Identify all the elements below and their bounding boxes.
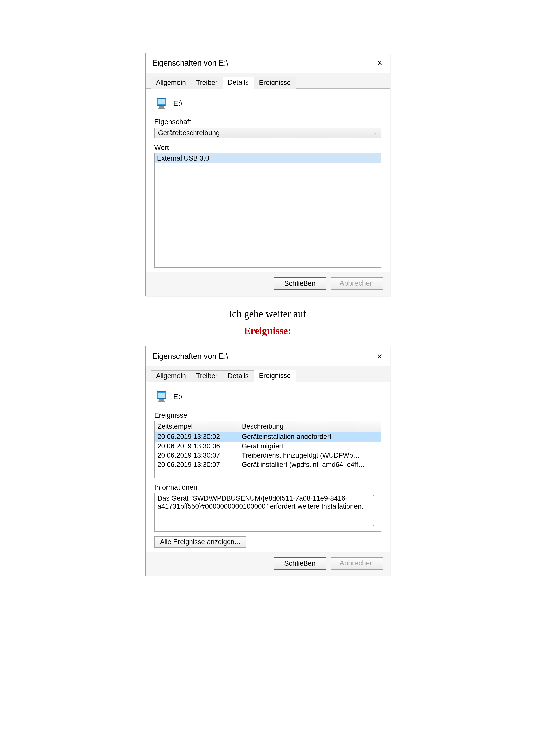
property-select-value: Gerätebeschreibung bbox=[158, 129, 220, 137]
events-label: Ereignisse bbox=[154, 411, 381, 419]
properties-dialog-ereignisse: Eigenschaften von E:\ × Allgemein Treibe… bbox=[146, 346, 390, 576]
window-title: Eigenschaften von E:\ bbox=[152, 352, 375, 361]
property-label: Eigenschaft bbox=[154, 118, 381, 126]
events-rows: 20.06.2019 13:30:02 Geräteinstallation a… bbox=[155, 432, 381, 477]
events-row[interactable]: 20.06.2019 13:30:06 Gerät migriert bbox=[155, 442, 381, 451]
titlebar: Eigenschaften von E:\ × bbox=[146, 53, 389, 73]
show-all-events-button[interactable]: Alle Ereignisse anzeigen... bbox=[154, 536, 246, 548]
tab-treiber[interactable]: Treiber bbox=[191, 77, 223, 89]
value-label: Wert bbox=[154, 144, 381, 152]
dialog-footer: Schließen Abbrechen bbox=[146, 552, 389, 576]
close-icon[interactable]: × bbox=[374, 57, 385, 69]
titlebar: Eigenschaften von E:\ × bbox=[146, 346, 389, 366]
properties-dialog-details: Eigenschaften von E:\ × Allgemein Treibe… bbox=[146, 53, 390, 296]
events-cell-desc: Gerät migriert bbox=[239, 442, 381, 451]
tabstrip: Allgemein Treiber Details Ereignisse bbox=[146, 366, 389, 382]
close-icon[interactable]: × bbox=[374, 350, 385, 363]
window-title: Eigenschaften von E:\ bbox=[152, 59, 375, 68]
cancel-button: Abbrechen bbox=[330, 278, 383, 289]
tab-ereignisse[interactable]: Ereignisse bbox=[254, 370, 296, 382]
drive-icon bbox=[155, 97, 168, 110]
events-cell-desc: Geräteinstallation angefordert bbox=[239, 432, 381, 442]
svg-rect-5 bbox=[158, 392, 165, 398]
svg-rect-2 bbox=[159, 106, 164, 108]
property-select[interactable]: Gerätebeschreibung ⌄ bbox=[154, 127, 381, 138]
events-row[interactable]: 20.06.2019 13:30:07 Gerät installiert (w… bbox=[155, 460, 381, 470]
events-cell-ts: 20.06.2019 13:30:07 bbox=[155, 451, 239, 460]
events-row[interactable]: 20.06.2019 13:30:02 Geräteinstallation a… bbox=[155, 432, 381, 442]
events-cell-desc: Gerät installiert (wpdfs.inf_amd64_e4ff… bbox=[239, 460, 381, 470]
dialog-footer: Schließen Abbrechen bbox=[146, 272, 389, 296]
svg-rect-1 bbox=[158, 99, 165, 104]
tab-details[interactable]: Details bbox=[223, 77, 254, 89]
events-cell-ts: 20.06.2019 13:30:07 bbox=[155, 460, 239, 470]
events-cell-ts: 20.06.2019 13:30:02 bbox=[155, 432, 239, 442]
device-name: E:\ bbox=[174, 99, 182, 108]
scroll-down-icon[interactable]: ˅ bbox=[372, 524, 379, 530]
drive-icon bbox=[155, 390, 168, 403]
tab-allgemein[interactable]: Allgemein bbox=[151, 370, 191, 382]
cancel-button: Abbrechen bbox=[330, 557, 383, 570]
device-row: E:\ bbox=[154, 388, 381, 409]
tab-treiber[interactable]: Treiber bbox=[191, 370, 223, 382]
tabstrip: Allgemein Treiber Details Ereignisse bbox=[146, 73, 389, 89]
narration-line-1: Ich gehe weiter auf bbox=[229, 308, 306, 320]
events-header: Zeitstempel Beschreibung bbox=[155, 421, 381, 432]
dialog-body: E:\ Ereignisse Zeitstempel Beschreibung … bbox=[146, 382, 389, 552]
tab-details[interactable]: Details bbox=[223, 370, 254, 382]
info-label: Informationen bbox=[154, 483, 381, 491]
svg-rect-3 bbox=[158, 108, 165, 109]
tab-allgemein[interactable]: Allgemein bbox=[151, 77, 191, 89]
svg-rect-7 bbox=[158, 401, 165, 402]
events-col-description[interactable]: Beschreibung bbox=[239, 421, 381, 432]
events-listview[interactable]: Zeitstempel Beschreibung 20.06.2019 13:3… bbox=[154, 421, 381, 478]
events-cell-ts: 20.06.2019 13:30:06 bbox=[155, 442, 239, 451]
chevron-down-icon: ⌄ bbox=[373, 129, 377, 136]
narration-line-2: Ereignisse: bbox=[244, 325, 291, 337]
events-row[interactable]: 20.06.2019 13:30:07 Treiberdienst hinzug… bbox=[155, 451, 381, 460]
value-listbox[interactable]: External USB 3.0 bbox=[154, 153, 381, 268]
info-text: Das Gerät "SWD\WPDBUSENUM\{e8d0f511-7a08… bbox=[157, 495, 378, 530]
scroll-up-icon[interactable]: ˄ bbox=[372, 495, 379, 501]
tab-ereignisse[interactable]: Ereignisse bbox=[254, 77, 296, 89]
device-row: E:\ bbox=[154, 95, 381, 116]
scrollbar[interactable]: ˄ ˅ bbox=[372, 495, 379, 530]
value-list-item[interactable]: External USB 3.0 bbox=[155, 153, 381, 163]
dialog-body: E:\ Eigenschaft Gerätebeschreibung ⌄ Wer… bbox=[146, 89, 389, 272]
events-cell-desc: Treiberdienst hinzugefügt (WUDFWp… bbox=[239, 451, 381, 460]
close-button[interactable]: Schließen bbox=[273, 557, 326, 570]
svg-rect-6 bbox=[159, 399, 164, 401]
info-textbox[interactable]: Das Gerät "SWD\WPDBUSENUM\{e8d0f511-7a08… bbox=[154, 493, 381, 532]
close-button[interactable]: Schließen bbox=[273, 278, 326, 289]
events-col-timestamp[interactable]: Zeitstempel bbox=[155, 421, 239, 432]
device-name: E:\ bbox=[174, 392, 182, 401]
